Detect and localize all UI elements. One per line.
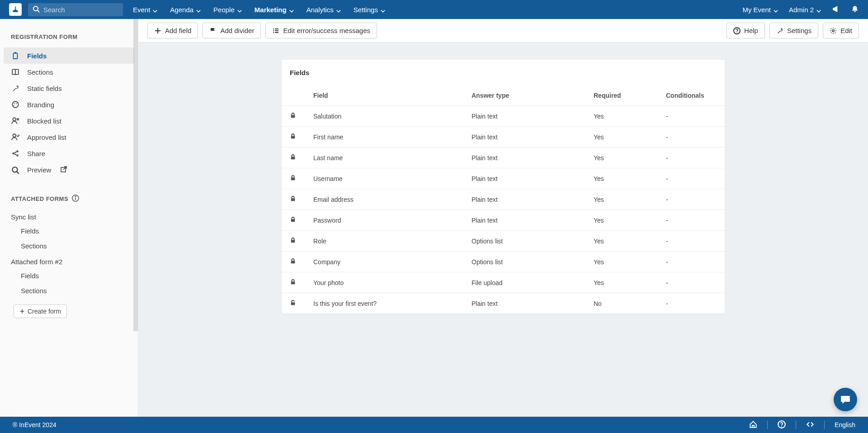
home-icon[interactable]: [749, 420, 757, 430]
cell-answer: Plain text: [463, 189, 585, 210]
edit-messages-button[interactable]: Edit error/success messages: [265, 23, 377, 38]
cell-required: Yes: [585, 148, 658, 168]
cell-answer: File upload: [463, 272, 585, 293]
sidebar-item-label: Fields: [27, 52, 47, 60]
lock-icon: [290, 196, 296, 203]
help-icon[interactable]: [778, 420, 786, 430]
sidebar-item-branding[interactable]: Branding: [4, 96, 134, 113]
announcements-button[interactable]: [832, 5, 840, 14]
external-icon: [58, 166, 67, 174]
chevron-down-icon: [336, 7, 341, 12]
notifications-button[interactable]: [851, 5, 859, 14]
col-answer: Answer type: [463, 86, 585, 106]
cell-conditionals: -: [658, 127, 725, 148]
cell-conditionals: -: [658, 148, 725, 168]
table-row[interactable]: CompanyOptions listYes-: [282, 252, 725, 272]
sidebar-section-attached-label: ATTACHED FORMS: [11, 195, 68, 202]
top-menu-label: Marketing: [255, 6, 287, 14]
top-menu-analytics[interactable]: Analytics: [307, 6, 341, 14]
top-menu-marketing[interactable]: Marketing: [255, 6, 294, 14]
add-divider-button[interactable]: Add divider: [203, 23, 261, 38]
wrench-icon: [11, 84, 20, 92]
attached-form-sub-sections[interactable]: Sections: [0, 283, 138, 298]
sidebar-item-sections[interactable]: Sections: [4, 64, 134, 80]
top-menu-agenda[interactable]: Agenda: [170, 6, 201, 14]
user-menu[interactable]: Admin 2: [789, 6, 821, 14]
table-row[interactable]: PasswordPlain textYes-: [282, 210, 725, 231]
cell-answer: Plain text: [463, 168, 585, 189]
sidebar-item-label: Branding: [27, 101, 54, 109]
lock-icon: [290, 258, 296, 266]
sidebar: REGISTRATION FORM FieldsSectionsStatic f…: [0, 19, 138, 417]
logo[interactable]: [9, 3, 22, 16]
help-button[interactable]: Help: [726, 23, 765, 38]
language-selector[interactable]: English: [835, 421, 855, 428]
table-row[interactable]: First namePlain textYes-: [282, 127, 725, 148]
cell-answer: Plain text: [463, 293, 585, 314]
create-form-label: Create form: [28, 308, 61, 315]
lock-icon: [290, 238, 296, 245]
search-icon: [11, 166, 20, 174]
lock-icon: [290, 175, 296, 182]
sidebar-list: FieldsSectionsStatic fieldsBrandingBlock…: [0, 46, 138, 180]
chevron-down-icon: [816, 7, 821, 12]
settings-button[interactable]: Settings: [769, 23, 818, 38]
code-icon[interactable]: [806, 420, 814, 430]
attached-form-sub-fields[interactable]: Fields: [0, 268, 138, 283]
cell-answer: Plain text: [463, 210, 585, 231]
content-area: Add field Add divider Edit error/success…: [138, 19, 868, 417]
sidebar-item-blocked-list[interactable]: Blocked list: [4, 113, 134, 129]
sidebar-item-preview[interactable]: Preview: [4, 162, 134, 178]
sidebar-item-fields[interactable]: Fields: [4, 48, 134, 64]
attached-form-sub-sections[interactable]: Sections: [0, 238, 138, 253]
user-check-icon: [11, 133, 20, 141]
cell-field: Last name: [305, 148, 463, 168]
top-menu-label: People: [213, 6, 235, 14]
search-input[interactable]: [43, 6, 118, 14]
cell-answer: Options list: [463, 252, 585, 272]
sidebar-section-attached: ATTACHED FORMS: [0, 180, 138, 209]
sidebar-item-approved-list[interactable]: Approved list: [4, 129, 134, 145]
cell-field: Your photo: [305, 272, 463, 293]
edit-messages-label: Edit error/success messages: [283, 27, 370, 34]
table-row[interactable]: UsernamePlain textYes-: [282, 168, 725, 189]
edit-label: Edit: [840, 27, 852, 34]
table-row[interactable]: SalutationPlain textYes-: [282, 106, 725, 127]
chat-button[interactable]: [834, 388, 857, 411]
table-row[interactable]: Is this your first event?Plain textNo-: [282, 293, 725, 314]
cell-required: Yes: [585, 252, 658, 272]
sidebar-item-label: Preview: [27, 166, 51, 174]
top-menu-event[interactable]: Event: [133, 6, 157, 14]
table-row[interactable]: RoleOptions listYes-: [282, 231, 725, 252]
sidebar-item-static-fields[interactable]: Static fields: [4, 80, 134, 96]
cell-required: Yes: [585, 272, 658, 293]
unlock-icon: [290, 300, 296, 307]
cell-field: Password: [305, 210, 463, 231]
cell-answer: Options list: [463, 231, 585, 252]
lock-icon: [290, 113, 296, 120]
cell-field: First name: [305, 127, 463, 148]
top-menu-people[interactable]: People: [213, 6, 242, 14]
sidebar-item-share[interactable]: Share: [4, 145, 134, 162]
cell-required: Yes: [585, 210, 658, 231]
create-form-button[interactable]: Create form: [14, 305, 67, 318]
chevron-down-icon: [237, 7, 242, 12]
settings-label: Settings: [787, 27, 811, 34]
attached-form-title[interactable]: Sync list: [0, 209, 138, 224]
top-menu-label: Settings: [354, 6, 378, 14]
search-box[interactable]: [28, 3, 123, 16]
table-row[interactable]: Email addressPlain textYes-: [282, 189, 725, 210]
event-selector[interactable]: My Event: [742, 6, 778, 14]
scrollbar[interactable]: [133, 19, 138, 331]
attached-form-sub-fields[interactable]: Fields: [0, 224, 138, 238]
table-row[interactable]: Your photoFile uploadYes-: [282, 272, 725, 293]
info-icon[interactable]: [72, 195, 79, 203]
add-field-button[interactable]: Add field: [147, 23, 198, 38]
lock-icon: [290, 279, 296, 286]
top-menu-settings[interactable]: Settings: [354, 6, 385, 14]
cell-answer: Plain text: [463, 127, 585, 148]
table-row[interactable]: Last namePlain textYes-: [282, 148, 725, 168]
attached-form-title[interactable]: Attached form #2: [0, 253, 138, 268]
clipboard-icon: [11, 52, 20, 60]
edit-button[interactable]: Edit: [823, 23, 859, 38]
